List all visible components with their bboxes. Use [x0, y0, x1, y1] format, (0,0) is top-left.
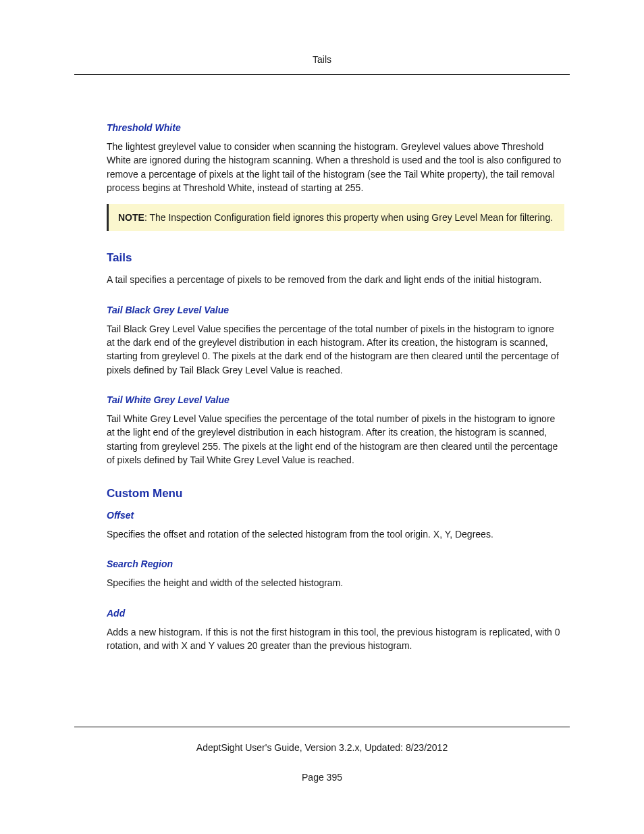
para-threshold-white: The lightest greylevel value to consider… [107, 140, 564, 194]
document-page: Tails Threshold White The lightest greyl… [0, 0, 644, 834]
note-box: NOTE: The Inspection Configuration field… [107, 204, 564, 231]
para-add: Adds a new histogram. If this is not the… [107, 625, 564, 653]
heading-tail-black: Tail Black Grey Level Value [107, 305, 564, 315]
heading-search-region: Search Region [107, 558, 564, 569]
note-body: : The Inspection Configuration field ign… [144, 212, 553, 223]
heading-threshold-white: Threshold White [107, 122, 564, 133]
footer-guide-line: AdeptSight User's Guide, Version 3.2.x, … [74, 742, 570, 753]
para-tail-white: Tail White Grey Level Value specifies th… [107, 412, 564, 467]
footer-page-number: Page 395 [74, 772, 570, 783]
para-tails: A tail specifies a percentage of pixels … [107, 273, 564, 286]
page-header-title: Tails [74, 54, 570, 65]
heading-tails: Tails [107, 251, 564, 265]
heading-offset: Offset [107, 510, 564, 521]
footer-block: AdeptSight User's Guide, Version 3.2.x, … [74, 742, 570, 783]
header-rule [74, 74, 570, 75]
para-search-region: Specifies the height and width of the se… [107, 576, 564, 590]
heading-custom-menu: Custom Menu [107, 487, 564, 500]
heading-tail-white: Tail White Grey Level Value [107, 394, 564, 405]
footer-rule [74, 727, 570, 727]
content-area: Threshold White The lightest greylevel v… [74, 122, 570, 652]
note-label: NOTE [118, 212, 144, 223]
heading-add: Add [107, 608, 564, 619]
para-tail-black: Tail Black Grey Level Value specifies th… [107, 322, 564, 377]
para-offset: Specifies the offset and rotation of the… [107, 527, 564, 541]
